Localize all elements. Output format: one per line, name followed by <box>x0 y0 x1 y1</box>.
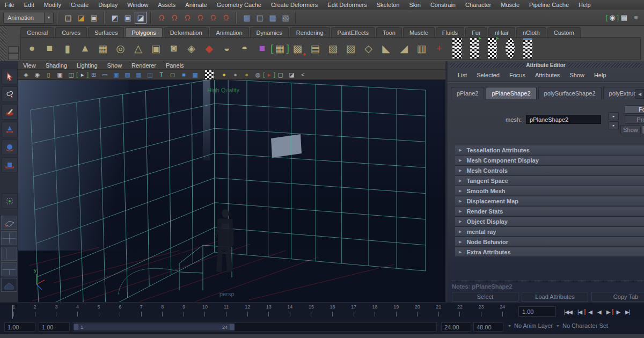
character-set-dropdown[interactable]: ▼ No Character Set <box>556 322 608 329</box>
hide-button[interactable]: Hide <box>642 126 644 134</box>
bevel-icon[interactable]: ▥ <box>413 38 430 58</box>
frame-tick[interactable]: 11 <box>216 304 237 320</box>
poly-pyramid-icon[interactable]: △ <box>129 38 147 58</box>
lock-camera-icon[interactable]: ◉ <box>32 70 43 79</box>
poly-torus-icon[interactable]: ◎ <box>112 38 129 58</box>
smooth-shade-icon[interactable]: ■ <box>178 70 189 79</box>
ae-menu-item[interactable]: Focus <box>504 72 530 78</box>
frame-tick[interactable]: 22 <box>449 304 471 320</box>
frame-tick[interactable]: 8 <box>152 304 173 320</box>
layout-persp-outliner-button[interactable] <box>1 247 17 261</box>
expand-arrow-icon[interactable]: ▸ <box>609 112 619 120</box>
attribute-section-header[interactable]: Render Stats <box>455 206 644 216</box>
shelf-tab[interactable]: nCloth <box>516 27 546 37</box>
layout-hypershade-button[interactable] <box>1 278 17 292</box>
node-tab[interactable]: pPlane2 <box>451 87 484 99</box>
presets-button[interactable]: Presets <box>625 115 644 124</box>
shelf-tab[interactable]: PaintEffects <box>331 27 376 37</box>
shelf-gutter-handle[interactable] <box>0 26 6 61</box>
sidebar-handle-icon[interactable]: ≡ <box>630 12 642 24</box>
bookmark-icon[interactable]: ▣ <box>54 70 65 79</box>
render-current-frame-icon[interactable]: ▤ <box>253 11 266 24</box>
mirror-geometry-icon[interactable]: ▦ <box>271 38 289 58</box>
command-line-strip[interactable] <box>0 334 644 338</box>
attribute-section-header[interactable]: Object Display <box>455 216 644 226</box>
poly-pipe-icon[interactable]: ▣ <box>147 38 165 58</box>
current-time-indicator[interactable] <box>12 305 13 319</box>
frame-tick[interactable]: 1 <box>3 304 25 320</box>
attribute-section-header[interactable]: Smooth Mesh <box>455 186 644 195</box>
panel-menu-item[interactable]: Lighting <box>72 62 103 69</box>
move-tool[interactable] <box>2 122 18 137</box>
attribute-section-header[interactable]: Mesh Component Display <box>455 155 644 165</box>
shelf-arrow-button[interactable] <box>8 53 19 60</box>
poly-helix-icon[interactable]: ◙ <box>165 38 182 58</box>
cleanup-icon[interactable]: ▨ <box>342 38 360 58</box>
shelf-tab[interactable]: Surfaces <box>88 27 124 37</box>
separate-icon[interactable]: ▤ <box>306 38 324 58</box>
menu-item[interactable]: Assets <box>153 2 180 8</box>
show-manipulator-tool[interactable] <box>2 193 18 209</box>
menu-item[interactable]: Create Deformers <box>266 2 323 8</box>
frame-tick[interactable]: 24 <box>492 304 513 320</box>
menu-set-selector[interactable]: Animation ▼ <box>3 12 54 24</box>
shelf-tab[interactable]: General <box>20 27 54 37</box>
frame-tick[interactable]: 6 <box>109 304 131 320</box>
playback-start-field[interactable]: 1.00 <box>39 322 70 332</box>
step-back-frame-button[interactable]: |◀ <box>575 309 584 315</box>
occlusion-icon[interactable]: ● <box>241 70 252 79</box>
field-chart-icon[interactable]: ▦ <box>133 70 144 79</box>
anim-layer-dropdown[interactable]: ▼ No Anim Layer <box>508 322 553 329</box>
load-attributes-button[interactable]: Load Attributes <box>522 292 588 302</box>
attribute-clipboard-icon[interactable]: ▤ <box>618 12 630 24</box>
menu-item[interactable]: Window <box>122 2 153 8</box>
menu-item[interactable]: Animate <box>180 2 211 8</box>
ae-menu-item[interactable]: Selected <box>472 72 504 78</box>
panel-menu-item[interactable]: Shading <box>41 62 72 69</box>
drag-handle[interactable] <box>450 63 524 68</box>
menu-item[interactable]: Muscle <box>496 2 524 8</box>
status-separator[interactable] <box>56 12 60 24</box>
motion-blur-icon[interactable]: ◍ <box>252 70 264 79</box>
triangulate-icon[interactable]: ◣ <box>377 38 395 58</box>
attribute-section-header[interactable]: Displacement Map <box>455 196 644 205</box>
menu-item[interactable]: Geometry Cache <box>212 2 266 8</box>
panel-menu-item[interactable]: Renderer <box>127 62 161 69</box>
menu-item[interactable]: Skin <box>404 2 425 8</box>
shelf-tab[interactable]: Dynamics <box>250 27 289 37</box>
quadrangulate-icon[interactable]: ◢ <box>395 38 413 58</box>
uv-layout-icon[interactable] <box>488 38 497 58</box>
frame-tick[interactable]: 10 <box>194 304 216 320</box>
attribute-editor-titlebar[interactable]: Attribute Editor <box>448 61 644 69</box>
open-scene-icon[interactable]: ◪ <box>75 11 87 24</box>
quick-help-icon[interactable]: ◉ <box>606 12 618 24</box>
open-render-view-icon[interactable]: ▥ <box>240 11 253 24</box>
new-scene-icon[interactable]: ▤ <box>62 11 75 24</box>
combine-icon[interactable]: ▩ <box>289 38 306 58</box>
play-backwards-button[interactable]: ◀ <box>595 309 604 315</box>
xray-joints-icon[interactable]: ◪ <box>286 70 297 79</box>
grease-pencil-icon[interactable]: ▸ <box>77 70 88 79</box>
select-component-icon[interactable]: ◪ <box>134 11 147 24</box>
safe-action-icon[interactable]: ◫ <box>144 70 156 79</box>
step-forward-key-button[interactable]: ▶ <box>612 309 623 315</box>
poly-plane-icon[interactable]: ▦ <box>94 38 112 58</box>
scale-tool[interactable] <box>2 157 18 173</box>
play-forwards-button[interactable]: ▶ <box>604 309 613 315</box>
ae-menu-item[interactable]: Help <box>589 72 611 78</box>
menu-item[interactable]: Skeleton <box>372 2 405 8</box>
safe-title-icon[interactable]: T <box>156 70 167 79</box>
ae-menu-item[interactable]: List <box>453 72 472 78</box>
mesh-name-field[interactable]: pPlaneShape2 <box>526 115 601 124</box>
node-tab[interactable]: polySurfaceShape2 <box>538 87 602 99</box>
shelf-tab[interactable]: Animation <box>210 27 249 37</box>
frame-tick[interactable]: 12 <box>237 304 258 320</box>
status-separator[interactable] <box>103 12 106 24</box>
status-separator[interactable] <box>294 12 298 24</box>
poly-cone-icon[interactable]: ▲ <box>76 38 94 58</box>
snap-curve-icon[interactable]: Ω <box>168 11 181 24</box>
shelf-menu-button[interactable] <box>8 46 19 53</box>
shelf-tab[interactable]: Curves <box>55 27 87 37</box>
layout-single-pane-button[interactable] <box>1 216 17 230</box>
frame-tick[interactable]: 18 <box>364 304 386 320</box>
